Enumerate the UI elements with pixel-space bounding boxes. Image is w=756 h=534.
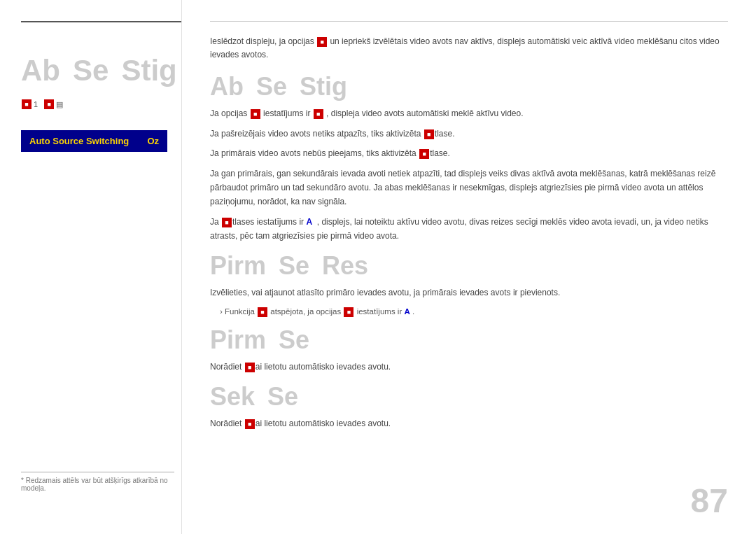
text-a2: A	[404, 307, 410, 316]
section4-letter-2: Se	[267, 384, 298, 409]
section1-line2: Ja pašreizējais video avots netiks atpaz…	[210, 127, 728, 141]
section1-letter-2: Se	[256, 74, 287, 99]
sidebar-icon-2: ■ ▤	[43, 99, 63, 109]
footnote-text: * Redzamais attēls var būt atšķirīgs atk…	[21, 477, 174, 492]
main-top-line	[210, 21, 728, 22]
main-content: Ieslēdzot displeju, ja opcijas ■ un iepr…	[182, 0, 756, 534]
icon-inline-1: ■	[317, 37, 327, 47]
section4-letter-1: Sek	[210, 384, 255, 409]
footnote-divider	[21, 472, 174, 472]
icon-red-1: ■	[22, 99, 31, 109]
section1-line4: Ja gan primārais, gan sekundārais ievada…	[210, 167, 728, 209]
sidebar-letter-1: Ab	[21, 56, 60, 85]
page-number: 87	[691, 482, 728, 520]
section2-sub-bullet: Funkcija ■ atspējota, ja opcijas ■ iesta…	[220, 305, 728, 318]
icon-s2-1: ■	[258, 307, 267, 317]
icon-red-2: ■	[44, 99, 54, 109]
menu-item-label: Auto Source Switching	[29, 136, 129, 146]
icon-s4-1: ■	[245, 419, 255, 429]
sidebar-letter-3: Stig	[121, 56, 176, 85]
sidebar-footnote: * Redzamais attēls var būt atšķirīgs atk…	[21, 472, 174, 492]
section2-desc: Izvēlieties, vai atjaunot atlasīto primā…	[210, 286, 728, 300]
section1-letter-3: Stig	[300, 74, 347, 99]
section3-letter-1: Pirm	[210, 328, 266, 353]
section1-line3: Ja primārais video avots nebūs pieejams,…	[210, 146, 728, 160]
section2-heading: Pirm Se Res	[210, 253, 728, 279]
icon-s1-5: ■	[222, 218, 232, 227]
section4-heading: Sek Se	[210, 384, 728, 409]
menu-item-auto-source[interactable]: Auto Source Switching Oz	[21, 130, 167, 152]
intro-text: Ieslēdzot displeju, ja opcijas ■ un iepr…	[210, 35, 728, 62]
section1-letter-1: Ab	[210, 74, 244, 99]
sidebar-letter-2: Se	[73, 56, 108, 85]
section4-desc: Norādiet ■ai lietotu automātisko ievades…	[210, 416, 728, 430]
icon-s3-1: ■	[245, 363, 255, 372]
page-container: Ab Se Stig ■ 1 ■ ▤ Auto Source Switching…	[0, 0, 756, 534]
section3-letter-2: Se	[279, 328, 309, 353]
icon-s1-4: ■	[419, 149, 429, 159]
section1-heading: Ab Se Stig	[210, 74, 728, 99]
sidebar-top-line	[21, 21, 181, 22]
section1-line1: Ja opcijas ■ iestatījums ir ■ , displeja…	[210, 106, 728, 120]
section3-heading: Pirm Se	[210, 328, 728, 353]
section3-desc: Norādiet ■ai lietotu automātisko ievades…	[210, 360, 728, 374]
sidebar: Ab Se Stig ■ 1 ■ ▤ Auto Source Switching…	[0, 0, 182, 534]
text-a1: A	[306, 217, 312, 227]
section2-letter-3: Res	[322, 253, 368, 279]
icon-s2-2: ■	[344, 307, 354, 317]
section1-line5: Ja ■tlases iestatījums ir A , displejs, …	[210, 215, 728, 244]
icon-s1-3: ■	[424, 129, 434, 139]
sidebar-icon-1: ■ 1	[21, 99, 38, 109]
section2-letter-2: Se	[279, 253, 309, 279]
section2-letter-1: Pirm	[210, 253, 266, 279]
menu-item-value: Oz	[147, 136, 159, 146]
sidebar-icons-row: ■ 1 ■ ▤	[21, 99, 167, 109]
icon-s1-1: ■	[251, 109, 260, 119]
icon-s1-2: ■	[314, 109, 323, 119]
sidebar-big-letters: Ab Se Stig	[21, 56, 167, 85]
